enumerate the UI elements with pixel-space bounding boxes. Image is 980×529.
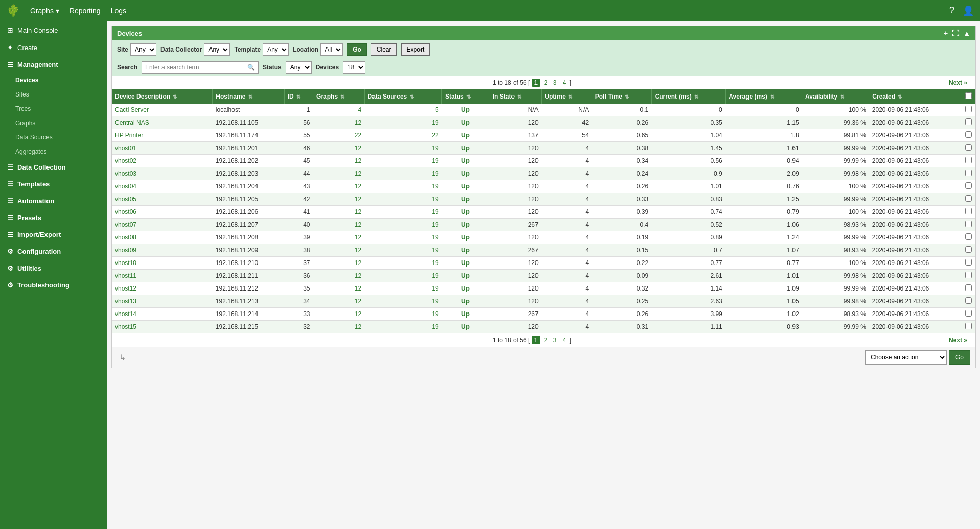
go-button[interactable]: Go — [347, 43, 367, 56]
sidebar-section-configuration[interactable]: ⚙ Configuration — [0, 243, 107, 260]
row-checkbox[interactable] — [965, 182, 972, 189]
row-checkbox[interactable] — [965, 118, 972, 125]
sidebar-section-management[interactable]: ☰ Management — [0, 56, 107, 73]
datasources-link[interactable]: 19 — [432, 183, 438, 190]
col-hostname[interactable]: Hostname ⇅ — [213, 89, 284, 104]
device-link[interactable]: vhost12 — [115, 285, 136, 292]
nav-logs[interactable]: Logs — [111, 7, 126, 15]
datasources-link[interactable]: 5 — [435, 106, 439, 113]
sidebar-sub-aggregates[interactable]: Aggregates — [0, 145, 107, 159]
datasources-link[interactable]: 19 — [432, 323, 438, 330]
graphs-link[interactable]: 12 — [355, 247, 361, 254]
row-checkbox[interactable] — [965, 144, 972, 151]
graphs-link[interactable]: 12 — [355, 145, 361, 152]
device-link[interactable]: vhost03 — [115, 170, 136, 177]
row-checkbox[interactable] — [965, 233, 972, 240]
sidebar-sub-sites[interactable]: Sites — [0, 87, 107, 102]
device-link[interactable]: vhost07 — [115, 221, 136, 228]
template-select[interactable]: Any — [263, 43, 289, 56]
graphs-link[interactable]: 12 — [355, 259, 361, 267]
sidebar-sub-data-sources[interactable]: Data Sources — [0, 130, 107, 145]
site-select[interactable]: Any — [130, 43, 156, 56]
datasources-link[interactable]: 19 — [432, 119, 438, 126]
row-checkbox[interactable] — [965, 170, 972, 176]
row-checkbox[interactable] — [965, 310, 972, 317]
col-current-ms[interactable]: Current (ms) ⇅ — [651, 89, 726, 104]
graphs-link[interactable]: 12 — [355, 119, 361, 126]
sidebar-sub-devices[interactable]: Devices — [0, 73, 107, 87]
page-3-link-bottom[interactable]: 3 — [551, 336, 559, 344]
action-go-button[interactable]: Go — [949, 350, 970, 365]
datasources-link[interactable]: 19 — [432, 208, 438, 215]
col-created[interactable]: Created ⇅ — [869, 89, 962, 104]
location-select[interactable]: All — [320, 43, 343, 56]
graphs-link[interactable]: 12 — [355, 208, 361, 215]
datasources-link[interactable]: 19 — [432, 259, 438, 267]
page-2-link-bottom[interactable]: 2 — [542, 336, 550, 344]
datasources-link[interactable]: 19 — [432, 247, 438, 254]
graphs-link[interactable]: 12 — [355, 323, 361, 330]
col-in-state[interactable]: In State ⇅ — [489, 89, 541, 104]
action-select[interactable]: Choose an action — [865, 350, 947, 365]
page-4-link-bottom[interactable]: 4 — [561, 336, 568, 344]
device-link[interactable]: HP Printer — [115, 132, 143, 139]
add-device-icon[interactable]: + — [944, 29, 948, 37]
graphs-link[interactable]: 4 — [358, 106, 361, 113]
col-availability[interactable]: Availability ⇅ — [802, 89, 869, 104]
row-checkbox[interactable] — [965, 221, 972, 227]
row-checkbox[interactable] — [965, 284, 972, 291]
col-uptime[interactable]: Uptime ⇅ — [542, 89, 592, 104]
graphs-link[interactable]: 12 — [355, 298, 361, 305]
row-checkbox[interactable] — [965, 323, 972, 329]
sidebar-item-create[interactable]: ✦ Create — [0, 39, 107, 56]
col-status[interactable]: Status ⇅ — [442, 89, 489, 104]
graphs-link[interactable]: 12 — [355, 234, 361, 241]
row-checkbox[interactable] — [965, 297, 972, 304]
export-button[interactable]: Export — [401, 43, 430, 56]
user-icon[interactable]: 👤 — [963, 5, 974, 16]
graphs-link[interactable]: 12 — [355, 272, 361, 279]
sidebar-section-troubleshooting[interactable]: ⚙ Troubleshooting — [0, 277, 107, 294]
search-icon[interactable]: 🔍 — [244, 64, 258, 71]
row-checkbox[interactable] — [965, 272, 972, 278]
datasources-link[interactable]: 19 — [432, 170, 438, 177]
device-link[interactable]: vhost08 — [115, 234, 136, 241]
row-checkbox[interactable] — [965, 259, 972, 266]
device-link[interactable]: Cacti Server — [115, 106, 149, 113]
sidebar-section-templates[interactable]: ☰ Templates — [0, 176, 107, 193]
device-link[interactable]: vhost04 — [115, 183, 136, 190]
graphs-link[interactable]: 22 — [355, 132, 361, 139]
row-checkbox[interactable] — [965, 106, 972, 112]
nav-graphs[interactable]: Graphs ▾ — [30, 7, 59, 15]
graphs-link[interactable]: 12 — [355, 170, 361, 177]
row-checkbox[interactable] — [965, 157, 972, 163]
col-poll-time[interactable]: Poll Time ⇅ — [592, 89, 651, 104]
datasources-link[interactable]: 19 — [432, 272, 438, 279]
page-4-link[interactable]: 4 — [561, 79, 568, 87]
device-link[interactable]: vhost14 — [115, 310, 136, 318]
col-average-ms[interactable]: Average (ms) ⇅ — [726, 89, 802, 104]
col-select-all[interactable] — [962, 89, 975, 104]
datasources-link[interactable]: 19 — [432, 196, 438, 203]
datasources-link[interactable]: 19 — [432, 285, 438, 292]
sidebar-section-automation[interactable]: ☰ Automation — [0, 193, 107, 209]
datasources-link[interactable]: 19 — [432, 310, 438, 318]
devices-per-page-select[interactable]: 18 30 50 — [343, 61, 365, 74]
device-link[interactable]: vhost06 — [115, 208, 136, 215]
device-link[interactable]: vhost02 — [115, 157, 136, 164]
datasources-link[interactable]: 19 — [432, 157, 438, 164]
datasources-link[interactable]: 19 — [432, 298, 438, 305]
datasources-link[interactable]: 19 — [432, 221, 438, 228]
device-link[interactable]: vhost11 — [115, 272, 136, 279]
graphs-link[interactable]: 12 — [355, 196, 361, 203]
sidebar-section-utilities[interactable]: ⚙ Utilities — [0, 260, 107, 277]
graphs-link[interactable]: 12 — [355, 183, 361, 190]
datasources-link[interactable]: 19 — [432, 234, 438, 241]
col-graphs[interactable]: Graphs ⇅ — [313, 89, 365, 104]
device-link[interactable]: vhost10 — [115, 259, 136, 267]
datacollector-select[interactable]: Any — [204, 43, 230, 56]
graphs-link[interactable]: 12 — [355, 310, 361, 318]
help-icon[interactable]: ? — [949, 5, 954, 16]
search-input[interactable] — [142, 63, 244, 72]
clear-button[interactable]: Clear — [371, 43, 397, 56]
